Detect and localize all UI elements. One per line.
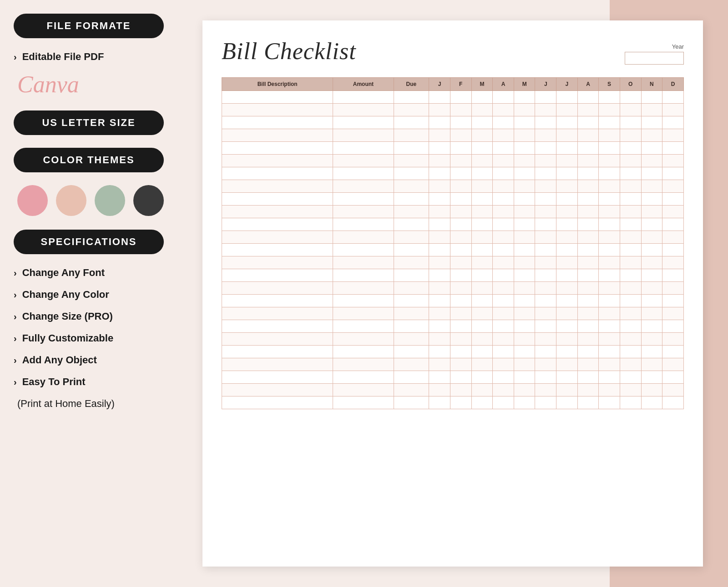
table-cell (641, 104, 662, 116)
table-cell (599, 116, 620, 129)
table-cell (450, 104, 471, 116)
table-cell (394, 320, 429, 333)
table-cell (535, 167, 556, 180)
table-cell (641, 256, 662, 269)
table-cell (577, 167, 599, 180)
table-cell (471, 320, 493, 333)
table-cell (620, 116, 641, 129)
table-cell (641, 116, 662, 129)
table-cell (471, 91, 493, 104)
table-cell (333, 167, 394, 180)
table-cell (450, 155, 471, 167)
table-cell (493, 371, 514, 384)
table-cell (662, 384, 684, 396)
col-header-mar: M (471, 78, 493, 91)
table-cell (662, 218, 684, 231)
table-cell (514, 129, 535, 142)
table-cell (641, 180, 662, 193)
table-cell (662, 358, 684, 371)
table-cell (450, 371, 471, 384)
table-header-row: Bill Description Amount Due J F M A M J … (222, 78, 684, 91)
table-cell (662, 193, 684, 206)
table-cell (556, 104, 578, 116)
table-row (222, 295, 684, 307)
table-cell (222, 167, 333, 180)
table-cell (577, 155, 599, 167)
table-cell (599, 307, 620, 320)
table-cell (471, 244, 493, 256)
table-cell (599, 320, 620, 333)
table-cell (620, 256, 641, 269)
table-cell (222, 358, 333, 371)
year-input-box[interactable] (625, 52, 684, 65)
table-cell (450, 295, 471, 307)
year-label: Year (672, 43, 684, 50)
table-cell (641, 295, 662, 307)
table-row (222, 231, 684, 244)
table-cell (599, 269, 620, 282)
table-cell (450, 193, 471, 206)
table-cell (641, 358, 662, 371)
table-cell (333, 104, 394, 116)
table-cell (333, 358, 394, 371)
doc-title: Bill Checklist (222, 38, 356, 65)
table-cell (493, 129, 514, 142)
table-cell (620, 269, 641, 282)
table-cell (514, 142, 535, 155)
table-cell (429, 295, 450, 307)
table-cell (577, 371, 599, 384)
table-cell (471, 307, 493, 320)
table-cell (662, 256, 684, 269)
table-cell (450, 91, 471, 104)
table-cell (333, 384, 394, 396)
table-cell (556, 320, 578, 333)
table-cell (471, 256, 493, 269)
spec-item-object: › Add Any Object (14, 354, 164, 366)
table-cell (662, 371, 684, 384)
table-cell (471, 193, 493, 206)
table-cell (429, 167, 450, 180)
table-cell (514, 167, 535, 180)
table-cell (429, 320, 450, 333)
table-cell (620, 244, 641, 256)
table-cell (493, 244, 514, 256)
table-cell (394, 91, 429, 104)
table-cell (222, 384, 333, 396)
table-cell (556, 384, 578, 396)
table-cell (662, 167, 684, 180)
table-cell (450, 320, 471, 333)
col-header-jul: J (556, 78, 578, 91)
table-cell (535, 320, 556, 333)
table-cell (577, 244, 599, 256)
table-cell (556, 91, 578, 104)
table-cell (333, 371, 394, 384)
table-cell (535, 116, 556, 129)
table-cell (471, 129, 493, 142)
table-cell (394, 231, 429, 244)
table-cell (450, 167, 471, 180)
table-row (222, 320, 684, 333)
table-row (222, 346, 684, 358)
table-cell (535, 358, 556, 371)
table-cell (556, 155, 578, 167)
table-cell (620, 142, 641, 155)
table-cell (471, 371, 493, 384)
table-cell (514, 244, 535, 256)
col-header-aug: A (577, 78, 599, 91)
table-cell (514, 206, 535, 218)
table-cell (222, 116, 333, 129)
table-cell (493, 116, 514, 129)
table-cell (556, 256, 578, 269)
table-cell (662, 295, 684, 307)
table-cell (577, 307, 599, 320)
table-cell (556, 307, 578, 320)
table-cell (493, 180, 514, 193)
table-cell (535, 142, 556, 155)
table-cell (577, 282, 599, 295)
arrow-icon: › (14, 52, 17, 62)
table-cell (222, 295, 333, 307)
table-cell (577, 104, 599, 116)
color-sage (95, 185, 125, 216)
table-cell (662, 320, 684, 333)
table-cell (493, 104, 514, 116)
